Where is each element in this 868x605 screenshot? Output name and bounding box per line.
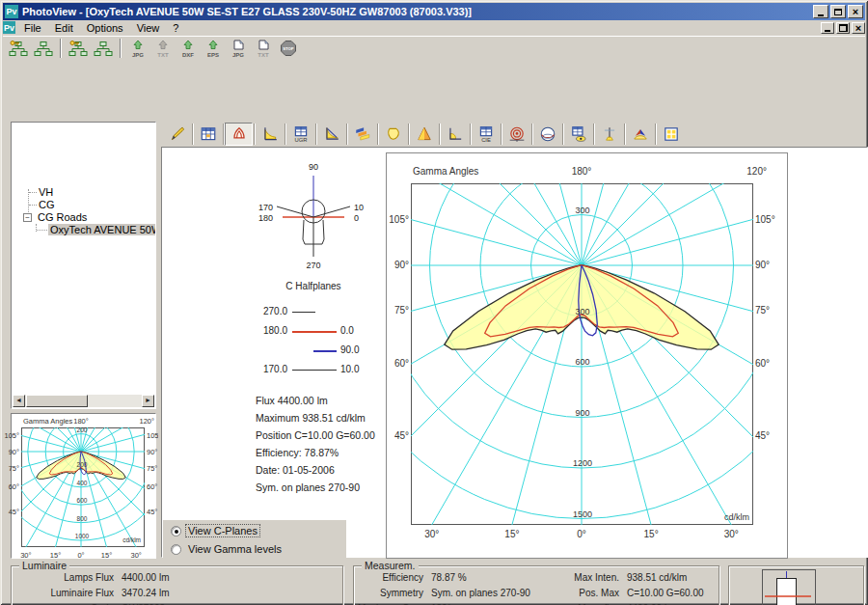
title-bar[interactable]: Pv PhotoView - [OxyTech AVENUE 50W SE-ST…	[3, 3, 865, 20]
legend-right-label: 0.0	[340, 325, 354, 336]
ugr-tab[interactable]: UGR	[286, 123, 314, 146]
polar-diagram-tab[interactable]	[225, 123, 253, 146]
menu-options[interactable]: Options	[80, 22, 130, 34]
sphere-icon	[539, 125, 556, 143]
scroll-left-icon[interactable]: ◄	[13, 395, 25, 407]
tab-separator	[346, 124, 347, 145]
export-txt-button[interactable]: TXT	[150, 38, 176, 60]
tree-item[interactable]: CG Roads	[36, 211, 89, 224]
cone-tab[interactable]	[410, 123, 438, 146]
copy-jpg-button[interactable]: JPG	[226, 38, 251, 60]
luminaire-tree: VHCG−CG RoadsOxyTech AVENUE 50W SE-ST E2…	[11, 122, 156, 409]
tab-separator	[192, 124, 193, 145]
svg-text:105°: 105°	[147, 431, 158, 440]
tree-item[interactable]: CG	[37, 199, 57, 211]
svg-text:45°: 45°	[755, 430, 770, 441]
sphere-tab[interactable]	[533, 123, 561, 146]
minimize-button[interactable]	[813, 5, 828, 18]
field-value: C=10.00 G=60.00	[627, 588, 704, 598]
tab-separator	[223, 124, 224, 145]
cartesian-diagram-icon	[261, 125, 279, 143]
tree-view-button[interactable]	[31, 38, 56, 60]
beam-tab[interactable]	[626, 123, 654, 146]
table-tab[interactable]	[194, 123, 222, 146]
menu-file[interactable]: File	[17, 22, 48, 34]
svg-text:75°: 75°	[394, 305, 409, 316]
mdi-minimize-icon	[825, 30, 830, 32]
mdi-close-button[interactable]: ×	[852, 22, 865, 34]
stop-button[interactable]: STOP	[276, 38, 301, 60]
menu-view[interactable]: View	[130, 22, 167, 34]
svg-text:90°: 90°	[147, 448, 157, 456]
svg-text:180°: 180°	[73, 417, 89, 426]
scroll-right-icon[interactable]: ►	[142, 395, 154, 407]
export-jpg-button-icon: JPG	[128, 40, 148, 58]
utilization-tab[interactable]	[317, 123, 345, 146]
open-group-button[interactable]	[66, 38, 91, 60]
cie-tab[interactable]: CIE	[472, 123, 500, 146]
svg-text:CIE: CIE	[481, 137, 491, 143]
info-line: Efficiency: 78.87%	[256, 444, 375, 461]
field-row: Pos. MaxC=10.00 G=60.00	[523, 588, 704, 598]
edit-tab[interactable]	[163, 123, 191, 146]
road-tab[interactable]	[441, 123, 469, 146]
copy-txt-button[interactable]: TXT	[251, 38, 276, 60]
app-icon: Pv	[5, 5, 18, 18]
radio-selected-icon[interactable]	[171, 526, 181, 536]
matrix-tab[interactable]	[657, 123, 685, 146]
svg-text:45°: 45°	[147, 508, 157, 516]
export-eps-button[interactable]: EPS	[201, 38, 226, 60]
legend-right-label: 10.0	[340, 364, 359, 374]
mdi-restore-button[interactable]	[836, 22, 850, 34]
svg-text:600: 600	[77, 497, 88, 504]
isolux-icon	[385, 125, 402, 143]
menu-edit[interactable]: Edit	[48, 22, 80, 34]
tab-separator	[315, 124, 316, 145]
svg-text:60°: 60°	[147, 482, 157, 491]
open-photometry-button[interactable]	[6, 38, 31, 60]
isocandela-tab[interactable]	[502, 123, 530, 146]
maximize-button[interactable]	[830, 5, 846, 18]
view-gamma-levels-radio[interactable]: View Gamma levels	[171, 541, 346, 557]
svg-text:15°: 15°	[644, 529, 659, 539]
svg-text:90°: 90°	[9, 448, 19, 456]
scrollbar-thumb[interactable]	[26, 395, 88, 407]
isolux-tab[interactable]	[379, 123, 407, 146]
svg-text:180°: 180°	[572, 166, 592, 177]
field-label: Efficiency	[358, 572, 423, 583]
cartesian-diagram-tab[interactable]	[256, 123, 284, 146]
svg-text:1200: 1200	[573, 458, 592, 468]
tab-separator	[655, 124, 656, 145]
radio-unselected-icon[interactable]	[171, 544, 181, 555]
masts-tab[interactable]	[595, 123, 623, 146]
export-jpg-button[interactable]: JPG	[125, 38, 150, 60]
view-c-planes-radio[interactable]: View C-Planes	[171, 523, 346, 538]
svg-text:105°: 105°	[755, 214, 775, 225]
field-row: SymmetrySym. on planes 270-90	[358, 588, 530, 598]
tree-item[interactable]: OxyTech AVENUE 50W SE-ST E2	[48, 224, 156, 236]
info-line: Date: 01-05-2006	[256, 461, 375, 479]
legend-left-label: 180.0	[249, 325, 287, 336]
document-icon[interactable]: Pv	[3, 21, 15, 34]
menu-bar: Pv FileEditOptionsView? ×	[3, 20, 865, 35]
field-label: Max Inten.	[523, 572, 619, 583]
glare-tab[interactable]	[564, 123, 592, 146]
tree-item[interactable]: VH	[37, 186, 55, 199]
menu-help[interactable]: ?	[166, 22, 185, 34]
svg-text:105°: 105°	[389, 214, 409, 225]
table-icon	[200, 125, 217, 143]
field-row: Max Inten.938.51 cd/klm	[523, 572, 687, 583]
zones-tab[interactable]	[348, 123, 376, 146]
close-button[interactable]: ×	[848, 5, 863, 18]
tree-scrollbar[interactable]: ◄ ►	[13, 395, 154, 407]
collapse-icon[interactable]: −	[23, 213, 32, 222]
luminaire-groupbox: Luminaire Lamps Flux4400.00 lmLuminaire …	[11, 565, 343, 605]
mdi-minimize-button[interactable]	[821, 22, 834, 34]
svg-text:30°: 30°	[724, 529, 739, 539]
tab-separator	[501, 124, 502, 145]
export-dxf-button[interactable]: DXF	[176, 38, 201, 60]
svg-text:30°: 30°	[131, 551, 142, 560]
group-view-button-icon	[94, 40, 113, 58]
svg-text:30°: 30°	[424, 529, 439, 539]
group-view-button[interactable]	[91, 38, 116, 60]
